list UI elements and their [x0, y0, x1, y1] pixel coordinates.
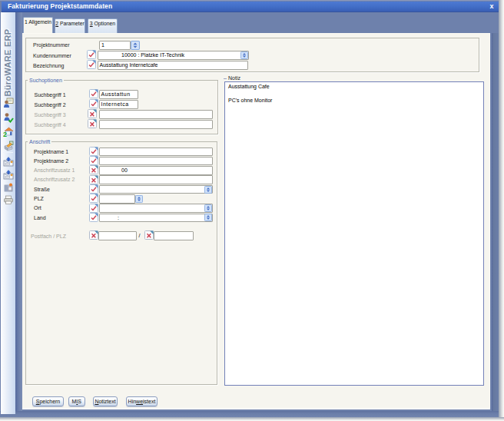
- svg-text:2: 2: [3, 131, 7, 138]
